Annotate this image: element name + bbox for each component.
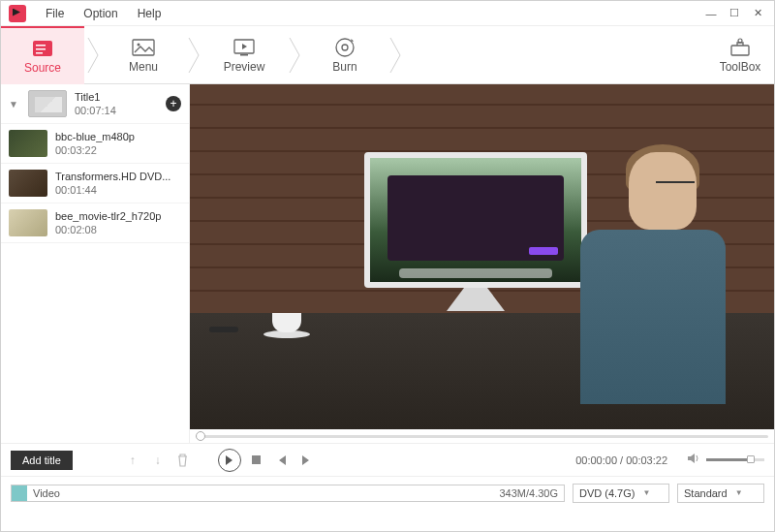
source-icon (31, 38, 54, 59)
title-item[interactable]: bee_movie-tlr2_h720p 00:02:08 (1, 203, 189, 243)
volume-slider[interactable] (706, 458, 764, 461)
expand-icon[interactable]: ▼ (9, 99, 20, 110)
burn-icon (333, 37, 356, 58)
step-sep (387, 26, 404, 84)
minimize-icon[interactable]: — (702, 7, 720, 20)
move-down-icon[interactable]: ↓ (148, 451, 168, 470)
tab-label: Source (24, 61, 61, 75)
menubar: File Option Help — ☐ ✕ (1, 1, 774, 26)
title-name: bee_movie-tlr2_h720p (55, 210, 181, 222)
tab-burn[interactable]: Burn (303, 26, 387, 84)
tab-toolbox[interactable]: ToolBox (706, 26, 774, 84)
preview-icon (232, 37, 256, 58)
svg-rect-1 (36, 45, 46, 47)
title-duration: 00:07:14 (75, 105, 158, 116)
tab-menu[interactable]: Menu (102, 26, 185, 84)
caret-down-icon: ▼ (642, 488, 650, 497)
title-name: Title1 (75, 91, 158, 103)
dropdown-value: DVD (4.7G) (579, 487, 635, 499)
tab-label: ToolBox (720, 60, 761, 74)
title-list: ▼ Title1 00:07:14 + bbc-blue_m480p 00:03… (1, 84, 190, 443)
svg-rect-10 (731, 46, 749, 55)
svg-rect-2 (36, 48, 46, 50)
step-sep (84, 26, 102, 84)
svg-point-11 (738, 39, 742, 43)
play-button[interactable] (218, 449, 241, 472)
prev-button[interactable] (272, 451, 292, 470)
thumbnail-icon (9, 170, 47, 197)
title-duration: 00:03:22 (55, 144, 181, 156)
main-area: ▼ Title1 00:07:14 + bbc-blue_m480p 00:03… (1, 84, 774, 443)
toolbox-icon (728, 37, 752, 58)
capacity-bar: Video 343M/4.30G (11, 485, 565, 502)
add-title-button[interactable]: Add title (11, 451, 73, 470)
menu-option[interactable]: Option (74, 3, 127, 24)
volume-control[interactable] (687, 453, 764, 467)
menu-file[interactable]: File (36, 3, 74, 24)
controls-row: Add title ↑ ↓ 00:00:00 / 00:03:22 (1, 443, 774, 476)
maximize-icon[interactable]: ☐ (726, 7, 743, 20)
track-label: Video (27, 487, 60, 499)
move-up-icon[interactable]: ↑ (123, 451, 142, 470)
time-display: 00:00:00 / 00:03:22 (575, 454, 667, 466)
step-tabs: Source Menu Preview Burn ToolBox (1, 26, 774, 84)
close-icon[interactable]: ✕ (749, 7, 766, 20)
progress-handle[interactable] (196, 431, 205, 441)
disc-type-dropdown[interactable]: DVD (4.7G)▼ (573, 484, 669, 503)
svg-point-5 (138, 43, 140, 46)
dropdown-value: Standard (684, 487, 728, 499)
progress-bar[interactable] (190, 429, 774, 443)
title-name: Transformers.HD DVD... (55, 171, 181, 182)
thumbnail-icon (9, 130, 47, 157)
thumbnail-icon (9, 209, 47, 236)
stop-button[interactable] (247, 451, 266, 470)
size-label: 343M/4.30G (499, 487, 558, 499)
tab-source[interactable]: Source (1, 26, 84, 84)
step-sep (185, 26, 202, 84)
quality-dropdown[interactable]: Standard▼ (677, 484, 764, 503)
preview-panel (190, 84, 774, 443)
app-logo-icon (9, 5, 26, 22)
next-button[interactable] (297, 451, 317, 470)
title-item[interactable]: ▼ Title1 00:07:14 + (1, 84, 189, 124)
caret-down-icon: ▼ (735, 488, 743, 497)
title-item[interactable]: Transformers.HD DVD... 00:01:44 (1, 164, 189, 203)
svg-rect-12 (252, 455, 261, 464)
svg-rect-3 (36, 52, 43, 54)
svg-point-8 (336, 39, 354, 56)
delete-icon[interactable] (173, 451, 193, 470)
video-preview[interactable] (190, 84, 774, 429)
window-controls: — ☐ ✕ (702, 7, 770, 20)
svg-rect-4 (133, 40, 154, 55)
tab-label: Preview (224, 60, 265, 74)
svg-point-9 (342, 45, 348, 50)
title-duration: 00:01:44 (55, 184, 181, 196)
title-item[interactable]: bbc-blue_m480p 00:03:22 (1, 124, 189, 164)
menu-icon (132, 37, 155, 58)
step-sep (286, 26, 303, 84)
add-media-icon[interactable]: + (166, 96, 181, 111)
title-duration: 00:02:08 (55, 224, 181, 235)
tab-preview[interactable]: Preview (202, 26, 286, 84)
menu-help[interactable]: Help (128, 3, 171, 24)
thumbnail-placeholder-icon (28, 90, 67, 117)
title-name: bbc-blue_m480p (55, 131, 181, 142)
tab-label: Menu (129, 60, 158, 74)
tab-label: Burn (332, 60, 356, 74)
svg-rect-7 (240, 54, 248, 56)
volume-icon (687, 453, 700, 467)
bottom-row: Video 343M/4.30G DVD (4.7G)▼ Standard▼ (1, 476, 774, 509)
